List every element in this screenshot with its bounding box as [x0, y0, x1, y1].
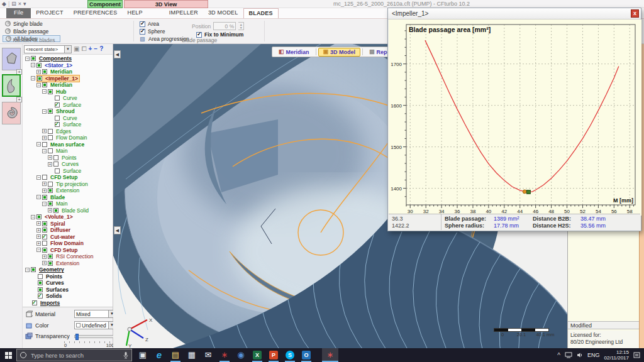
tree-checkbox[interactable] [55, 122, 60, 127]
tree-checkbox[interactable] [31, 56, 36, 61]
expand-icon[interactable]: + [36, 228, 41, 233]
menu-tab-3d-model[interactable]: 3D MODEL [203, 8, 243, 18]
tree-checkbox[interactable] [42, 234, 47, 239]
expand-icon[interactable]: + [42, 182, 47, 186]
tree-checkbox[interactable] [48, 188, 53, 193]
color-select[interactable]: Undefined▼ [74, 321, 116, 329]
notification-center-icon[interactable] [633, 352, 640, 358]
tree-item-curve[interactable]: Curve [24, 115, 113, 122]
tree-checkbox[interactable] [32, 300, 37, 305]
collapse-icon[interactable]: − [36, 142, 41, 146]
collapse-icon[interactable]: − [36, 83, 41, 87]
impeller-component-button[interactable] [2, 74, 21, 97]
collapse-icon[interactable]: − [36, 175, 41, 180]
tree-checkbox[interactable] [53, 155, 58, 160]
recent-state-combo[interactable]: <recent state>▼ [24, 45, 72, 53]
collapse-icon[interactable]: − [42, 89, 47, 94]
expand-icon[interactable]: + [36, 241, 41, 246]
tree-item-main[interactable]: −Main [24, 148, 113, 155]
tree-item-blade[interactable]: −Blade [24, 194, 113, 201]
tree-checkbox[interactable] [38, 287, 43, 292]
tree-checkbox[interactable] [42, 82, 47, 87]
tree-checkbox[interactable] [38, 293, 43, 299]
expand-icon[interactable]: + [42, 261, 47, 265]
blade-passage-button[interactable]: Blade passage [3, 28, 60, 35]
tree-checkbox[interactable] [48, 201, 53, 206]
tree-item-cfd-setup[interactable]: −CFD Setup [24, 174, 113, 181]
menu-tab-blades[interactable]: BLADES [243, 8, 279, 18]
expand-icon[interactable]: + [48, 155, 52, 160]
chevron-down-icon[interactable]: ▼ [64, 46, 71, 53]
tree-item-cfd-setup[interactable]: −CFD Setup [24, 247, 113, 254]
volute-component-button[interactable] [2, 102, 21, 124]
tree-item-edges[interactable]: +Edges [24, 128, 113, 135]
tree-checkbox[interactable] [42, 69, 47, 74]
tree-checkbox[interactable] [53, 208, 58, 213]
tree-item-meridian[interactable]: −Meridian [24, 82, 113, 89]
tree-checkbox[interactable] [48, 148, 53, 153]
help-icon[interactable]: ? [99, 45, 103, 53]
expand-icon[interactable]: + [36, 221, 41, 226]
tab-meridian[interactable]: ◧Meridian [274, 48, 314, 56]
expand-icon[interactable]: + [42, 255, 47, 259]
tree-checkbox[interactable] [37, 76, 42, 81]
tree-item-flow-domain[interactable]: +Flow Domain [24, 134, 113, 141]
tree-checkbox[interactable] [48, 182, 53, 187]
taskbar-icon-excel[interactable]: X [249, 348, 265, 362]
tree-checkbox[interactable] [48, 129, 53, 134]
menu-tab-project[interactable]: PROJECT [31, 8, 68, 18]
add-icon[interactable]: + [88, 45, 92, 53]
app-icon[interactable]: ◆ [2, 1, 6, 8]
collapse-icon[interactable]: − [42, 109, 47, 114]
tree-item-surfaces[interactable]: Surfaces [24, 287, 113, 293]
tree-checkbox[interactable] [55, 168, 60, 173]
tree-checkbox[interactable] [36, 214, 42, 219]
tree-checkbox[interactable] [48, 89, 53, 94]
expand-icon[interactable]: + [36, 70, 41, 74]
tree-item-geometry[interactable]: −Geometry [24, 266, 113, 273]
collapse-icon[interactable]: − [25, 268, 30, 272]
taskbar-icon-cfturbo[interactable]: ∗ [216, 348, 233, 362]
position-spinner[interactable]: ▲▼ [238, 22, 244, 30]
material-select[interactable]: Mixed▼ [74, 310, 116, 318]
tree-item-diffuser[interactable]: +Diffuser [24, 227, 113, 234]
tree-item-tip-projection[interactable]: +Tip projection [24, 181, 113, 188]
tree-item-curve[interactable]: Curve [24, 95, 113, 102]
collapse-icon[interactable]: − [42, 149, 47, 153]
remove-icon[interactable]: − [94, 45, 97, 53]
expand-icon[interactable]: + [36, 234, 41, 239]
tree-checkbox[interactable] [42, 142, 47, 147]
tree-checkbox[interactable] [42, 228, 47, 233]
tree-checkbox[interactable] [31, 267, 36, 272]
expand-icon[interactable]: + [42, 129, 47, 133]
collapse-panel-button[interactable]: ◀ [114, 226, 121, 234]
start-button[interactable] [0, 348, 16, 362]
tree-checkbox[interactable] [42, 221, 47, 226]
menu-tab-help[interactable]: HELP [122, 8, 147, 18]
tree-item-components[interactable]: −Components [24, 55, 113, 62]
expand-icon[interactable]: + [42, 136, 47, 140]
single-blade-button[interactable]: Single blade [3, 20, 60, 27]
tree-item-rsi-connection[interactable]: +RSI Connection [24, 253, 113, 260]
collapse-icon[interactable]: − [25, 57, 30, 61]
sphere-checkbox[interactable]: Sphere [140, 28, 165, 35]
taskbar-icon-app-blue[interactable]: ◉ [233, 348, 249, 362]
speaker-icon[interactable] [577, 352, 583, 358]
tree-item-points[interactable]: +Points [24, 155, 113, 162]
tree-item-points[interactable]: Points [24, 273, 113, 280]
tree-item-cut-water[interactable]: +Cut-water [24, 234, 113, 241]
tree-checkbox[interactable] [42, 241, 47, 246]
tree-item-shroud[interactable]: −Shroud [24, 108, 113, 115]
tree-item-main[interactable]: −Main [24, 200, 113, 207]
taskbar-icon-cfturbo-window[interactable]: ∗ [322, 348, 338, 362]
taskbar-icon-task-view[interactable]: ▣ [135, 348, 151, 362]
sphere-checkbox-box[interactable] [140, 29, 145, 35]
tree-checkbox[interactable] [55, 96, 60, 101]
tree-item-extension[interactable]: +Extension [24, 187, 113, 194]
snapshot-icon[interactable]: ▣ [74, 45, 79, 53]
menu-tab-impeller[interactable]: IMPELLER [164, 8, 203, 18]
taskbar-icon-mail[interactable]: ✉ [200, 348, 216, 362]
expand-icon[interactable]: + [48, 208, 52, 212]
tree-item-hub[interactable]: −Hub [24, 89, 113, 96]
taskbar-icon-powerpoint[interactable]: P [265, 348, 282, 362]
